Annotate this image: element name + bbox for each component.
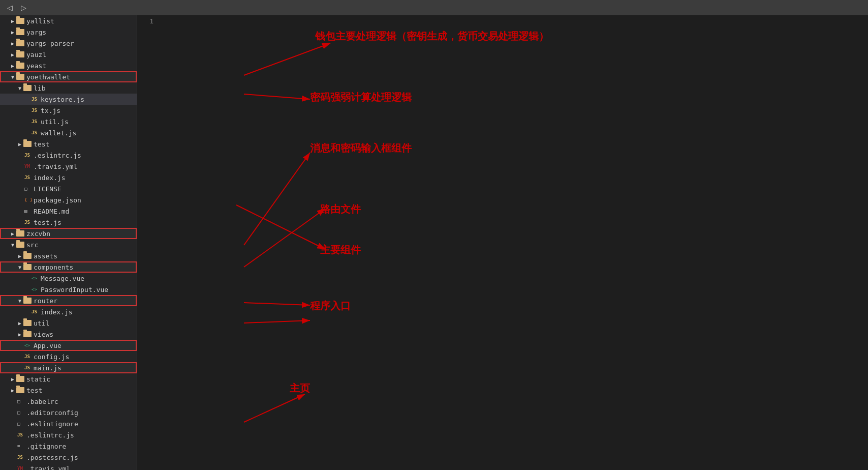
file-icon: ≡ <box>17 444 24 449</box>
tree-item-index-js[interactable]: JS index.js <box>0 172 137 183</box>
chevron-icon: ▼ <box>16 298 23 304</box>
tree-item-src[interactable]: ▼ src <box>0 239 137 250</box>
tree-item-label: test <box>26 387 42 394</box>
tree-item-readme[interactable]: ▤ README.md <box>0 205 137 217</box>
tree-item-license[interactable]: □ LICENSE <box>0 183 137 194</box>
chevron-icon: ▼ <box>9 242 16 248</box>
folder-icon <box>16 18 24 24</box>
file-icon: ▤ <box>24 209 32 214</box>
folder-icon <box>23 141 32 147</box>
tree-item-gitignore[interactable]: ≡ .gitignore <box>0 440 137 452</box>
vue-icon: <> <box>24 343 32 348</box>
tree-item-util-js[interactable]: JS util.js <box>0 116 137 127</box>
tree-item-test-js[interactable]: JS test.js <box>0 217 137 228</box>
chevron-icon: ▶ <box>9 52 16 57</box>
tree-item-yallist[interactable]: ▶ yallist <box>0 15 137 26</box>
tree-item-label: Message.vue <box>41 275 84 282</box>
tree-item-eslintrc[interactable]: JS .eslintrc.js <box>0 150 137 161</box>
tree-item-editorconfig[interactable]: □ .editorconfig <box>0 407 137 418</box>
tree-item-app-vue[interactable]: <> App.vue <box>0 340 137 351</box>
tree-item-label: wallet.js <box>41 129 76 137</box>
tree-item-zxcvbn[interactable]: ▶ zxcvbn <box>0 228 137 239</box>
svg-line-8 <box>244 394 305 422</box>
tree-item-assets[interactable]: ▶ assets <box>0 250 137 261</box>
tree-item-label: yauzl <box>26 51 46 58</box>
folder-icon <box>16 40 24 46</box>
folder-icon <box>16 74 24 80</box>
chevron-icon: ▶ <box>16 253 23 259</box>
file-tree: ▶ yallist ▶ yargs ▶ yargs-parser ▶ yauzl… <box>0 15 137 470</box>
tree-item-travis2[interactable]: YM .travis.yml <box>0 463 137 470</box>
tree-item-keystore[interactable]: JS keystore.js <box>0 94 137 105</box>
editor-area: 1 <box>137 15 868 470</box>
tree-item-label: config.js <box>34 353 69 361</box>
line-numbers: 1 <box>137 15 158 25</box>
tree-item-tx[interactable]: JS tx.js <box>0 105 137 116</box>
tree-item-postcssrc[interactable]: JS .postcssrc.js <box>0 452 137 463</box>
tree-item-label: yoethwallet <box>26 73 70 81</box>
tree-item-label: static <box>26 375 50 383</box>
tree-item-main-js[interactable]: JS main.js <box>0 362 137 373</box>
js-icon: JS <box>17 432 24 437</box>
tree-item-babelrc[interactable]: □ .babelrc <box>0 396 137 407</box>
tree-item-yauzl[interactable]: ▶ yauzl <box>0 49 137 60</box>
tree-item-passwordinput-vue[interactable]: <> PasswordInput.vue <box>0 284 137 295</box>
folder-icon <box>23 85 32 91</box>
tree-item-router-index[interactable]: JS index.js <box>0 306 137 317</box>
tree-item-lib[interactable]: ▼ lib <box>0 82 137 94</box>
folder-icon <box>23 331 32 337</box>
tree-item-yargs-parser[interactable]: ▶ yargs-parser <box>0 38 137 49</box>
svg-line-2 <box>244 94 310 99</box>
tree-item-config-js[interactable]: JS config.js <box>0 351 137 362</box>
file-icon: □ <box>17 410 24 415</box>
tree-item-label: index.js <box>41 308 73 316</box>
tree-item-label: .gitignore <box>26 443 66 450</box>
chevron-icon: ▶ <box>9 63 16 69</box>
back-button[interactable]: ◁ <box>4 3 16 13</box>
folder-icon <box>16 230 24 237</box>
vue-icon: <> <box>32 287 39 292</box>
tree-item-eslintignore[interactable]: □ .eslintignore <box>0 418 137 429</box>
tree-item-views[interactable]: ▶ views <box>0 329 137 340</box>
tree-item-static[interactable]: ▶ static <box>0 373 137 385</box>
tree-item-label: index.js <box>34 174 66 182</box>
file-icon: □ <box>17 399 24 404</box>
tree-item-label: yeast <box>26 62 46 70</box>
tree-item-label: test.js <box>34 219 61 226</box>
tree-item-label: zxcvbn <box>26 230 50 238</box>
tree-item-label: .eslintignore <box>26 420 78 428</box>
forward-button[interactable]: ▷ <box>18 3 29 13</box>
tree-item-label: README.md <box>34 208 69 215</box>
tree-item-label: keystore.js <box>41 96 84 103</box>
js-icon: JS <box>32 108 39 113</box>
folder-icon <box>23 253 32 259</box>
tree-item-test[interactable]: ▶ test <box>0 138 137 150</box>
tree-item-label: .eslintrc.js <box>26 431 74 439</box>
tree-item-components[interactable]: ▼ components <box>0 261 137 273</box>
folder-icon <box>16 51 24 57</box>
tree-item-util[interactable]: ▶ util <box>0 317 137 329</box>
tree-item-package-json[interactable]: { } package.json <box>0 194 137 205</box>
tree-item-travis[interactable]: YM .travis.yml <box>0 161 137 172</box>
tree-item-label: assets <box>34 252 57 260</box>
tree-item-label: views <box>34 331 53 338</box>
js-icon: JS <box>32 97 39 102</box>
tree-item-eslintrc2[interactable]: JS .eslintrc.js <box>0 429 137 440</box>
tree-item-yoethwallet[interactable]: ▼ yoethwallet <box>0 71 137 82</box>
js-icon: JS <box>32 309 39 314</box>
yaml-icon: YM <box>24 164 32 169</box>
tree-item-router[interactable]: ▼ router <box>0 295 137 306</box>
tree-item-yeast[interactable]: ▶ yeast <box>0 60 137 71</box>
chevron-icon: ▶ <box>16 320 23 326</box>
svg-line-4 <box>244 209 325 267</box>
chevron-icon: ▶ <box>9 30 16 35</box>
tree-item-wallet[interactable]: JS wallet.js <box>0 127 137 138</box>
tree-item-yargs[interactable]: ▶ yargs <box>0 26 137 38</box>
annotation-4: 路由文件 <box>320 202 361 216</box>
tree-item-message-vue[interactable]: <> Message.vue <box>0 273 137 284</box>
tree-item-label: LICENSE <box>34 185 61 193</box>
tree-item-label: .postcssrc.js <box>26 454 78 461</box>
annotation-arrows <box>137 15 868 470</box>
tree-item-test2[interactable]: ▶ test <box>0 385 137 396</box>
tree-item-label: yargs-parser <box>26 40 74 47</box>
